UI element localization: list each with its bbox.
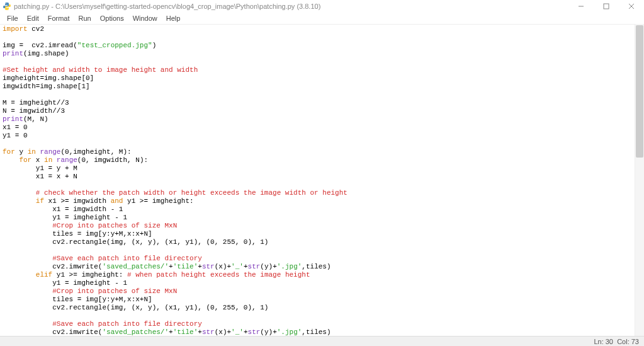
status-line: Ln: 30 Col: 73 (594, 338, 639, 345)
title-bar: patching.py - C:\Users\myself\getting-st… (0, 0, 644, 13)
minimize-button[interactable] (568, 0, 594, 13)
window-title: patching.py - C:\Users\myself\getting-st… (14, 3, 320, 10)
status-bar: Ln: 30 Col: 73 (0, 336, 644, 346)
code-editor[interactable]: import cv2 img = cv2.imread("test_croppe… (0, 24, 635, 337)
close-button[interactable] (619, 0, 644, 13)
menu-options[interactable]: Options (96, 14, 128, 22)
vertical-scrollbar[interactable] (635, 24, 644, 337)
svg-point-1 (8, 9, 8, 9)
maximize-button[interactable] (594, 0, 619, 13)
svg-rect-3 (604, 4, 609, 9)
menu-edit[interactable]: Edit (23, 14, 43, 22)
menu-bar: File Edit Format Run Options Window Help (0, 13, 644, 25)
menu-file[interactable]: File (3, 14, 23, 22)
scrollbar-thumb[interactable] (636, 25, 643, 158)
menu-run[interactable]: Run (74, 14, 96, 22)
svg-point-0 (5, 3, 6, 4)
menu-window[interactable]: Window (128, 14, 162, 22)
app-icon (3, 2, 11, 11)
menu-help[interactable]: Help (162, 14, 185, 22)
menu-format[interactable]: Format (43, 14, 74, 22)
